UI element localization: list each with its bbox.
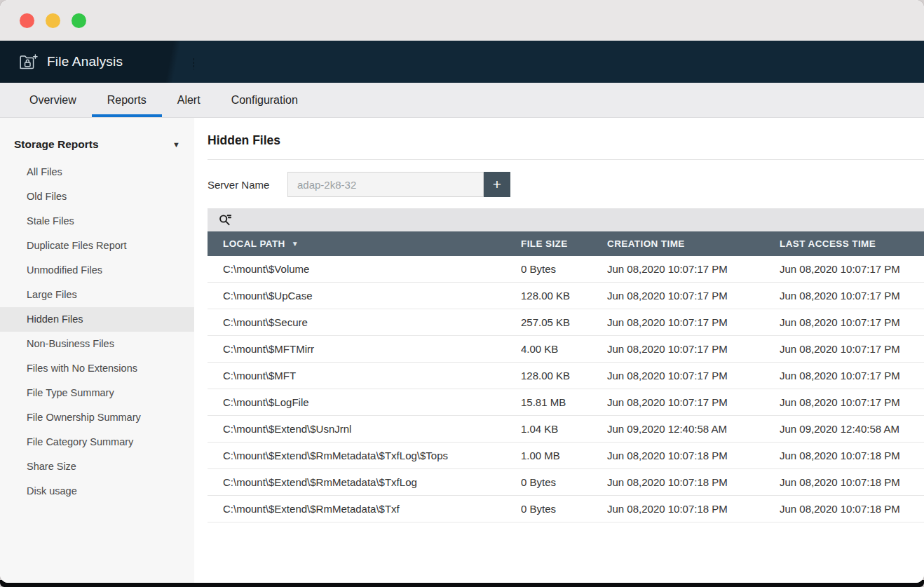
cell-creation-time: Jun 08,2020 10:07:17 PM <box>607 290 780 302</box>
table-toolbar <box>208 208 924 231</box>
tab[interactable]: Overview <box>14 83 92 117</box>
server-name-input[interactable] <box>287 172 484 197</box>
cell-last-access-time: Jun 08,2020 10:07:17 PM <box>780 263 924 275</box>
table-row: C:\mount\$UpCase 128.00 KB Jun 08,2020 1… <box>208 283 924 309</box>
sidebar-report-label: Duplicate Files Report <box>27 240 127 251</box>
table-row: C:\mount\$Volume 0 Bytes Jun 08,2020 10:… <box>208 256 924 283</box>
cell-local-path: C:\mount\$UpCase <box>208 290 521 302</box>
table-row: C:\mount\$Extend\$RmMetadata\$Txf 0 Byte… <box>208 496 924 522</box>
content-area: Storage Reports ▼ All Files Old Files <box>0 118 924 583</box>
table-row: C:\mount\$Extend\$RmMetadata\$TxfLog 0 B… <box>208 469 924 496</box>
sidebar-report-label: Large Files <box>27 289 77 300</box>
table-row: C:\mount\$Secure 257.05 KB Jun 08,2020 1… <box>208 309 924 336</box>
sidebar-report-label: Old Files <box>27 191 67 202</box>
cell-creation-time: Jun 08,2020 10:07:18 PM <box>607 476 780 488</box>
cell-creation-time: Jun 09,2020 12:40:58 AM <box>607 423 780 435</box>
table-header-row: LOCAL PATH ▼ FILE SIZE CREATION TIME LAS… <box>208 231 924 256</box>
sidebar-report-item[interactable]: Duplicate Files Report <box>0 234 194 258</box>
cell-file-size: 0 Bytes <box>521 476 607 488</box>
add-server-button[interactable]: + <box>484 172 510 197</box>
folder-lock-add-icon <box>19 53 38 71</box>
tab-label: Reports <box>107 94 147 107</box>
sort-caret-icon: ▼ <box>292 240 299 248</box>
sidebar-report-label: All Files <box>27 166 62 177</box>
cell-creation-time: Jun 08,2020 10:07:17 PM <box>607 343 780 355</box>
cell-last-access-time: Jun 08,2020 10:07:17 PM <box>780 396 924 408</box>
sidebar-section-title: Storage Reports <box>14 138 99 151</box>
sidebar-report-label: Unmodified Files <box>27 264 102 276</box>
sidebar-report-item[interactable]: Files with No Extensions <box>0 356 194 381</box>
cell-last-access-time: Jun 09,2020 12:40:58 AM <box>780 423 924 435</box>
zoom-window-button[interactable] <box>72 13 86 28</box>
minimize-window-button[interactable] <box>46 13 60 28</box>
cell-creation-time: Jun 08,2020 10:07:17 PM <box>607 316 780 328</box>
cell-last-access-time: Jun 08,2020 10:07:17 PM <box>780 290 924 302</box>
search-filter-icon[interactable] <box>219 214 231 227</box>
cell-local-path: C:\mount\$LogFile <box>208 396 521 408</box>
cell-file-size: 128.00 KB <box>521 370 607 382</box>
tab-label: Overview <box>29 94 76 107</box>
sidebar-report-label: File Category Summary <box>27 436 133 447</box>
cell-local-path: C:\mount\$Extend\$RmMetadata\$TxfLog <box>208 476 521 488</box>
cell-creation-time: Jun 08,2020 10:07:17 PM <box>607 263 780 275</box>
sidebar: Storage Reports ▼ All Files Old Files <box>0 118 194 583</box>
sidebar-report-item[interactable]: File Type Summary <box>0 381 194 405</box>
sidebar-report-label: Files with No Extensions <box>27 363 137 374</box>
cell-last-access-time: Jun 08,2020 10:07:17 PM <box>780 316 924 328</box>
sidebar-report-label: Hidden Files <box>27 313 83 325</box>
cell-creation-time: Jun 08,2020 10:07:17 PM <box>607 370 780 382</box>
app-header: File Analysis <box>0 41 924 83</box>
tab[interactable]: Configuration <box>216 83 313 117</box>
cell-last-access-time: Jun 08,2020 10:07:17 PM <box>780 343 924 355</box>
sidebar-report-item[interactable]: Unmodified Files <box>0 258 194 283</box>
cell-file-size: 257.05 KB <box>521 316 607 328</box>
sidebar-report-item[interactable]: All Files <box>0 160 194 184</box>
column-header-creation-time[interactable]: CREATION TIME <box>607 238 780 249</box>
sidebar-report-item[interactable]: Old Files <box>0 184 194 209</box>
cell-creation-time: Jun 08,2020 10:07:17 PM <box>607 396 780 408</box>
sidebar-report-item[interactable]: Hidden Files <box>0 307 194 332</box>
table-row: C:\mount\$LogFile 15.81 MB Jun 08,2020 1… <box>208 389 924 416</box>
page-title: Hidden Files <box>208 133 924 160</box>
table-body: C:\mount\$Volume 0 Bytes Jun 08,2020 10:… <box>208 256 924 522</box>
sidebar-report-item[interactable]: File Category Summary <box>0 430 194 454</box>
chevron-down-icon: ▼ <box>172 140 180 149</box>
cell-local-path: C:\mount\$Extend\$RmMetadata\$TxfLog\$To… <box>208 450 521 461</box>
close-window-button[interactable] <box>20 13 34 28</box>
sidebar-section-storage-reports[interactable]: Storage Reports ▼ <box>0 132 194 157</box>
sidebar-report-item[interactable]: Non-Business Files <box>0 332 194 356</box>
cell-file-size: 1.00 MB <box>521 450 607 461</box>
cell-file-size: 1.04 KB <box>521 423 607 435</box>
cell-local-path: C:\mount\$MFT <box>208 370 521 382</box>
main-panel: Hidden Files Server Name + L <box>194 118 924 583</box>
cell-local-path: C:\mount\$MFTMirr <box>208 343 521 355</box>
app-window: File Analysis Overview Reports Alert Con… <box>0 0 924 583</box>
cell-local-path: C:\mount\$Extend\$RmMetadata\$Txf <box>208 503 521 515</box>
sidebar-report-item[interactable]: Disk usage <box>0 479 194 504</box>
cell-local-path: C:\mount\$Secure <box>208 316 521 328</box>
table-row: C:\mount\$MFTMirr 4.00 KB Jun 08,2020 10… <box>208 336 924 363</box>
sidebar-report-item[interactable]: Large Files <box>0 283 194 307</box>
column-header-file-size[interactable]: FILE SIZE <box>521 238 607 249</box>
column-header-local-path[interactable]: LOCAL PATH ▼ <box>208 238 521 249</box>
tab[interactable]: Alert <box>162 83 216 117</box>
sidebar-report-item[interactable]: Stale Files <box>0 209 194 234</box>
cell-local-path: C:\mount\$Extend\$UsnJrnl <box>208 423 521 435</box>
header-cursor-tick <box>193 58 194 69</box>
server-selector-row: Server Name + <box>208 172 924 197</box>
table-row: C:\mount\$Extend\$RmMetadata\$TxfLog\$To… <box>208 443 924 469</box>
table-row: C:\mount\$MFT 128.00 KB Jun 08,2020 10:0… <box>208 363 924 389</box>
sidebar-report-item[interactable]: File Ownership Summary <box>0 405 194 430</box>
server-name-label: Server Name <box>208 179 287 191</box>
tab[interactable]: Reports <box>92 83 162 117</box>
cell-creation-time: Jun 08,2020 10:07:18 PM <box>607 450 780 461</box>
column-header-last-access-time[interactable]: LAST ACCESS TIME <box>780 238 924 249</box>
sidebar-report-label: File Ownership Summary <box>27 412 141 423</box>
cell-file-size: 128.00 KB <box>521 290 607 302</box>
sidebar-report-item[interactable]: Share Size <box>0 454 194 479</box>
cell-file-size: 0 Bytes <box>521 503 607 515</box>
tab-label: Alert <box>177 94 201 107</box>
screen: File Analysis Overview Reports Alert Con… <box>0 0 924 587</box>
sidebar-report-label: File Type Summary <box>27 387 114 398</box>
cell-last-access-time: Jun 08,2020 10:07:17 PM <box>780 370 924 382</box>
